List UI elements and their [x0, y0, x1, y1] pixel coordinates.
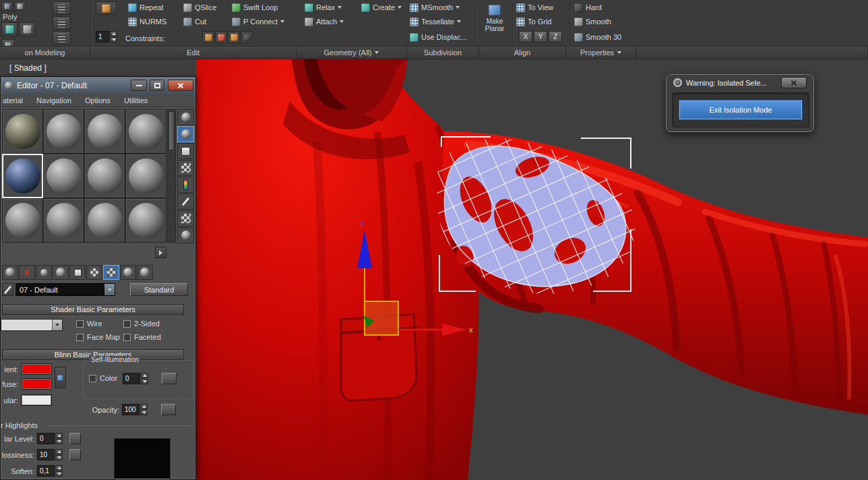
poly-mini-button-2[interactable]	[14, 1, 26, 11]
pick-material-button[interactable]	[2, 283, 13, 296]
glossiness-value[interactable]: 10	[37, 449, 55, 460]
constraint-none-button[interactable]	[202, 31, 214, 43]
go-to-parent-button[interactable]	[120, 265, 136, 280]
material-swatch[interactable]	[125, 109, 166, 154]
cut-button[interactable]: Cut	[183, 16, 206, 27]
selection-list-button-2[interactable]	[53, 16, 71, 30]
smooth-button[interactable]: Smooth	[574, 16, 611, 27]
glossiness-spinner[interactable]: 10	[37, 449, 63, 460]
hard-button[interactable]: Hard	[574, 2, 602, 13]
material-swatch[interactable]	[84, 154, 125, 198]
constraint-edge-button[interactable]	[215, 31, 227, 43]
selection-list-button-1[interactable]	[53, 1, 71, 15]
msmooth-button[interactable]: MSmooth	[410, 2, 460, 13]
background-button[interactable]	[177, 160, 194, 176]
spinner-down-button[interactable]	[55, 471, 63, 477]
opacity-spinner[interactable]: 100	[122, 404, 148, 415]
minimize-button[interactable]	[131, 80, 147, 91]
self-illum-value[interactable]: 0	[123, 373, 140, 384]
ribbon-spinner-down[interactable]	[110, 37, 117, 42]
swatch-scrollbar-thumb[interactable]	[168, 111, 175, 150]
exit-isolation-mode-button[interactable]: Exit Isolation Mode	[679, 100, 803, 120]
spinner-up-button[interactable]	[55, 449, 63, 454]
spinner-down-button[interactable]	[55, 455, 63, 460]
qslice-button[interactable]: QSlice	[183, 2, 216, 13]
material-swatch[interactable]	[43, 154, 84, 198]
viewport-shading-label[interactable]: [ Shaded ]	[9, 63, 46, 73]
go-forward-button[interactable]	[137, 265, 153, 280]
repeat-button[interactable]: Repeat	[128, 2, 163, 13]
maximize-button[interactable]	[150, 80, 164, 91]
faceted-checkbox[interactable]: Faceted	[123, 333, 161, 341]
face-map-checkbox[interactable]: Face Map	[76, 333, 120, 341]
gizmo-plane-handle[interactable]	[365, 301, 398, 335]
get-material-button[interactable]	[2, 265, 18, 280]
soften-spinner[interactable]: 0,1	[37, 465, 63, 477]
sample-tiling-button[interactable]	[177, 177, 194, 193]
section-properties[interactable]: Properties	[566, 46, 636, 59]
selection-list-button-3[interactable]	[53, 31, 71, 44]
to-view-button[interactable]: To View	[516, 2, 553, 13]
ribbon-spinner-value[interactable]: 1	[96, 31, 109, 42]
section-geometry[interactable]: Geometry (All)	[297, 46, 407, 59]
spinner-up-button[interactable]	[55, 465, 63, 471]
soften-value[interactable]: 0,1	[37, 465, 55, 477]
put-to-library-button[interactable]	[53, 265, 69, 280]
align-y-button[interactable]: Y	[534, 31, 547, 42]
self-illum-color-checkbox[interactable]: Color	[89, 374, 117, 382]
select-by-material-button[interactable]	[177, 227, 194, 243]
spinner-up-button[interactable]	[55, 433, 63, 438]
section-align[interactable]: Align	[479, 46, 566, 59]
swatch-scrollbar[interactable]	[167, 109, 176, 243]
create-button[interactable]: Create	[361, 2, 402, 13]
menu-options[interactable]: Options	[78, 96, 117, 104]
magnify-button[interactable]	[177, 126, 194, 142]
material-id-button[interactable]	[69, 265, 86, 280]
two-sided-checkbox[interactable]: 2-Sided	[123, 320, 160, 328]
close-button[interactable]	[168, 80, 193, 91]
spinner-down-button[interactable]	[141, 379, 148, 384]
show-in-viewport-button[interactable]	[103, 265, 119, 280]
spinner-down-button[interactable]	[140, 410, 148, 415]
dropdown-arrow-button[interactable]	[52, 320, 62, 330]
relax-button[interactable]: Relax	[305, 2, 342, 13]
menu-material[interactable]: aterial	[1, 96, 30, 104]
material-swatch[interactable]	[84, 109, 125, 154]
sample-type-button[interactable]	[177, 109, 194, 125]
material-name-dropdown[interactable]: 07 - Default	[16, 283, 115, 296]
align-z-button[interactable]: Z	[549, 31, 562, 42]
poly-tool-button-1[interactable]	[1, 22, 18, 36]
to-grid-button[interactable]: To Grid	[516, 16, 551, 27]
opacity-map-button[interactable]	[161, 404, 176, 415]
material-swatch[interactable]	[125, 198, 166, 243]
material-swatch[interactable]	[2, 109, 43, 154]
lock-ambient-diffuse-button[interactable]	[55, 367, 66, 388]
video-color-check-button[interactable]	[177, 193, 194, 210]
material-swatch[interactable]	[84, 198, 125, 243]
align-x-button[interactable]: X	[519, 31, 532, 42]
nurms-button[interactable]: NURMS	[128, 16, 166, 27]
material-swatch[interactable]	[2, 198, 43, 243]
material-swatch[interactable]	[43, 109, 84, 154]
dropdown-arrow-button[interactable]	[104, 284, 115, 295]
warning-dialog-titlebar[interactable]: Warning: Isolated Sele...	[673, 78, 766, 87]
put-to-scene-button[interactable]	[36, 265, 52, 280]
specular-color-swatch[interactable]	[21, 394, 52, 406]
spinner-up-button[interactable]	[141, 373, 148, 378]
poly-mini-button-1[interactable]	[1, 1, 13, 11]
self-illum-map-button[interactable]	[162, 373, 177, 384]
smooth-30-button[interactable]: Smooth 30	[574, 32, 621, 42]
opacity-value[interactable]: 100	[122, 404, 140, 415]
menu-navigation[interactable]: Navigation	[30, 96, 78, 104]
make-planar-button[interactable]: Make Planar	[480, 1, 509, 44]
material-type-button[interactable]: Standard	[130, 283, 188, 296]
options-button[interactable]	[177, 210, 194, 227]
specular-level-map-button[interactable]	[69, 433, 81, 444]
backlight-button[interactable]	[177, 143, 194, 159]
shader-type-dropdown[interactable]	[1, 319, 63, 331]
spinner-up-button[interactable]	[140, 404, 148, 409]
material-editor-titlebar[interactable]: Editor - 07 - Default	[1, 78, 195, 94]
attach-button[interactable]: Attach	[305, 16, 344, 27]
ambient-color-swatch[interactable]	[21, 363, 52, 375]
glossiness-map-button[interactable]	[69, 449, 81, 460]
